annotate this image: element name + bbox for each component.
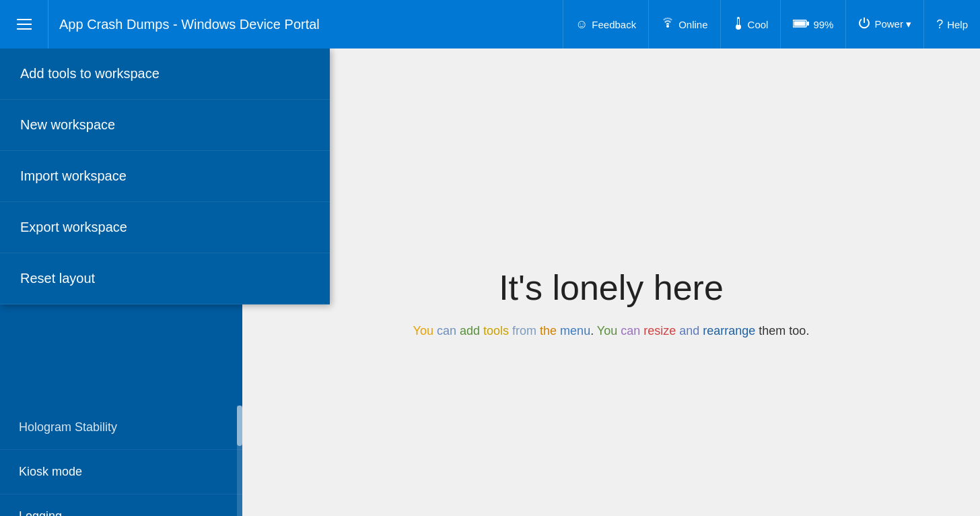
sidebar-item-logging[interactable]: Logging bbox=[0, 494, 242, 516]
temperature-icon bbox=[733, 16, 744, 33]
import-workspace-label: Import workspace bbox=[20, 168, 127, 183]
content-area: It's lonely here You can add tools from … bbox=[242, 49, 980, 516]
import-workspace-item[interactable]: Import workspace bbox=[0, 151, 330, 202]
sidebar-nav: Hologram Stability Kiosk mode Logging Ma… bbox=[0, 406, 242, 516]
power-label: Power ▾ bbox=[874, 18, 911, 30]
battery-label: 99% bbox=[813, 19, 833, 30]
svg-point-0 bbox=[666, 25, 669, 28]
kiosk-mode-label: Kiosk mode bbox=[19, 465, 82, 478]
svg-rect-3 bbox=[738, 19, 739, 25]
sidebar-item-kiosk-mode[interactable]: Kiosk mode bbox=[0, 450, 242, 494]
add-tools-item[interactable]: Add tools to workspace bbox=[0, 49, 330, 100]
help-label: Help bbox=[947, 19, 968, 30]
lonely-here-title: It's lonely here bbox=[413, 267, 810, 308]
svg-point-2 bbox=[736, 24, 741, 30]
hologram-stability-label: Hologram Stability bbox=[19, 420, 117, 434]
subtitle-word-7: menu bbox=[560, 324, 590, 337]
sidebar-scrollbar[interactable] bbox=[237, 406, 242, 516]
hamburger-line-3 bbox=[17, 28, 32, 30]
subtitle-word-2: can bbox=[433, 324, 460, 337]
new-workspace-label: New workspace bbox=[20, 117, 115, 132]
cool-button[interactable]: Cool bbox=[720, 0, 781, 49]
subtitle-word-13: rearrange bbox=[703, 324, 755, 337]
workspace-dropdown: Add tools to workspace New workspace Imp… bbox=[0, 49, 330, 304]
empty-state: It's lonely here You can add tools from … bbox=[386, 240, 837, 365]
online-label: Online bbox=[678, 19, 707, 30]
help-icon: ? bbox=[936, 18, 943, 32]
hamburger-line-2 bbox=[17, 24, 32, 25]
cool-label: Cool bbox=[748, 19, 769, 30]
sidebar-scrollbar-thumb bbox=[237, 406, 242, 446]
subtitle-word-10: can bbox=[617, 324, 643, 337]
feedback-label: Feedback bbox=[592, 19, 636, 30]
subtitle-word-9: You bbox=[597, 324, 617, 337]
add-tools-label: Add tools to workspace bbox=[20, 66, 160, 81]
hamburger-line-1 bbox=[17, 19, 32, 20]
help-button[interactable]: ? Help bbox=[923, 0, 980, 49]
main-area: Add tools to workspace New workspace Imp… bbox=[0, 49, 980, 516]
subtitle-word-3: add bbox=[460, 324, 480, 337]
subtitle-word-14: them too. bbox=[755, 324, 809, 337]
subtitle-word-4: tools bbox=[480, 324, 512, 337]
subtitle-word-1: You bbox=[413, 324, 433, 337]
app-title: App Crash Dumps - Windows Device Portal bbox=[48, 17, 563, 32]
subtitle-word-12: and bbox=[676, 324, 703, 337]
subtitle-word-5: from bbox=[512, 324, 536, 337]
online-icon bbox=[661, 16, 674, 33]
online-button[interactable]: Online bbox=[648, 0, 720, 49]
sidebar-item-hologram-stability[interactable]: Hologram Stability bbox=[0, 406, 242, 450]
reset-layout-item[interactable]: Reset layout bbox=[0, 253, 330, 304]
header-actions: ☺ Feedback Online Coo bbox=[563, 0, 980, 49]
feedback-icon: ☺ bbox=[575, 18, 588, 32]
logging-label: Logging bbox=[19, 509, 62, 516]
svg-rect-5 bbox=[807, 22, 809, 26]
battery-icon bbox=[793, 18, 809, 32]
power-icon bbox=[858, 17, 870, 32]
battery-button[interactable]: 99% bbox=[780, 0, 845, 49]
feedback-button[interactable]: ☺ Feedback bbox=[563, 0, 648, 49]
hamburger-button[interactable] bbox=[0, 0, 48, 49]
subtitle-word-6: the bbox=[536, 324, 560, 337]
lonely-here-subtitle: You can add tools from the menu. You can… bbox=[413, 324, 810, 338]
power-button[interactable]: Power ▾ bbox=[845, 0, 923, 49]
new-workspace-item[interactable]: New workspace bbox=[0, 100, 330, 151]
export-workspace-item[interactable]: Export workspace bbox=[0, 202, 330, 253]
header: App Crash Dumps - Windows Device Portal … bbox=[0, 0, 980, 49]
subtitle-word-11: resize bbox=[643, 324, 676, 337]
subtitle-word-8: . bbox=[590, 324, 597, 337]
reset-layout-label: Reset layout bbox=[20, 271, 95, 286]
export-workspace-label: Export workspace bbox=[20, 220, 127, 234]
sidebar: Add tools to workspace New workspace Imp… bbox=[0, 49, 242, 516]
svg-rect-6 bbox=[794, 21, 806, 26]
